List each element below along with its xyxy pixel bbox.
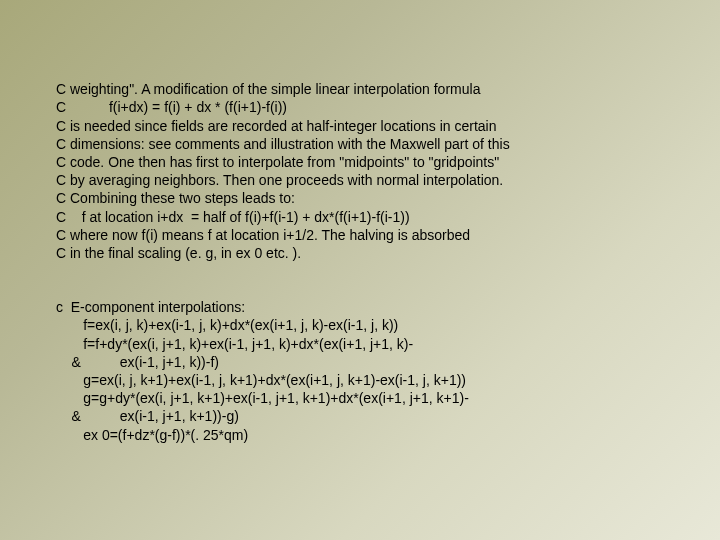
code-line: C weighting". A modification of the simp… [56, 81, 480, 97]
code-line: C f at location i+dx = half of f(i)+f(i-… [56, 209, 410, 225]
code-line: ex 0=(f+dz*(g-f))*(. 25*qm) [56, 427, 248, 443]
code-line: C in the final scaling (e. g, in ex 0 et… [56, 245, 301, 261]
code-line: f=f+dy*(ex(i, j+1, k)+ex(i-1, j+1, k)+dx… [56, 336, 413, 352]
code-line: C dimensions: see comments and illustrat… [56, 136, 510, 152]
code-line: f=ex(i, j, k)+ex(i-1, j, k)+dx*(ex(i+1, … [56, 317, 398, 333]
code-line: g=ex(i, j, k+1)+ex(i-1, j, k+1)+dx*(ex(i… [56, 372, 466, 388]
code-line: & ex(i-1, j+1, k+1))-g) [56, 408, 239, 424]
code-line: C f(i+dx) = f(i) + dx * (f(i+1)-f(i)) [56, 99, 287, 115]
code-line: & ex(i-1, j+1, k))-f) [56, 354, 219, 370]
code-block-1: C weighting". A modification of the simp… [56, 62, 664, 262]
slide-content: C weighting". A modification of the simp… [0, 0, 720, 444]
code-line: C where now f(i) means f at location i+1… [56, 227, 470, 243]
code-line: C is needed since fields are recorded at… [56, 118, 496, 134]
code-line: c E-component interpolations: [56, 299, 245, 315]
code-line: g=g+dy*(ex(i, j+1, k+1)+ex(i-1, j+1, k+1… [56, 390, 469, 406]
code-line: C by averaging neighbors. Then one proce… [56, 172, 503, 188]
code-line: C code. One then has first to interpolat… [56, 154, 499, 170]
code-block-2: c E-component interpolations: f=ex(i, j,… [56, 280, 664, 444]
code-line: C Combining these two steps leads to: [56, 190, 295, 206]
